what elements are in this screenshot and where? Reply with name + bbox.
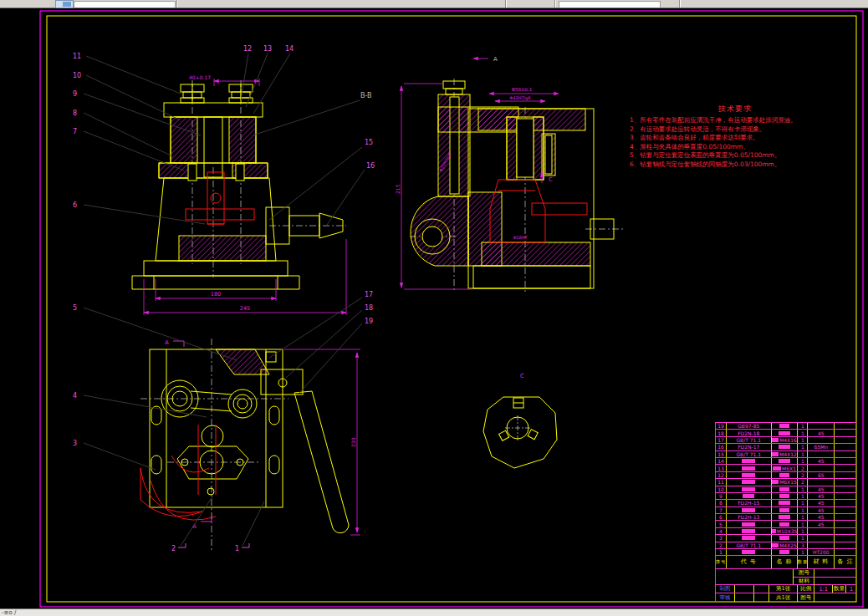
tech-requirement-item: 1、所有零件在装配前应清洗干净，有运动要求处涂润滑油。 <box>630 116 835 125</box>
toolbar-separator <box>176 0 177 8</box>
toolbar-field[interactable] <box>559 1 661 8</box>
command-line-fragment: -≡o / <box>2 609 16 616</box>
callout-2: 2 <box>171 545 176 552</box>
parts-list-row: 31 <box>716 535 856 542</box>
parts-list-row: 4M10X351 <box>716 528 856 535</box>
tech-requirements-title: 技术要求 <box>651 104 819 115</box>
label-tuhao: 图号 <box>794 569 814 577</box>
callout-17: 17 <box>365 291 373 298</box>
title-block-row1: 制图 第1张 比例 1:1 数量 1 <box>716 585 856 593</box>
callout-numbers: 11 10 9 8 7 6 5 4 3 12 13 14 15 16 17 18… <box>73 45 375 552</box>
callout-5: 5 <box>73 304 77 312</box>
parts-list-row: 11M6X152 <box>716 479 856 486</box>
toolbar-separator <box>505 0 506 8</box>
dim-v3-right: 230 <box>350 437 356 447</box>
cad-application-window: 40+0.17 180 245 <box>0 0 868 616</box>
parts-list-row: 12265 <box>716 472 856 479</box>
leader-lines <box>84 53 365 546</box>
value-scale: 1:1 <box>814 585 833 593</box>
detail-view-c: C <box>483 373 557 468</box>
callout-16: 16 <box>366 162 375 170</box>
parts-list-row: 18FD2N-18145 <box>716 430 856 436</box>
parts-list-row: 9145 <box>716 493 856 500</box>
callout-7: 7 <box>73 128 77 135</box>
toolbar-field[interactable] <box>74 1 176 8</box>
dim-v2-mid: Φ18H7 <box>513 235 527 240</box>
toolbar-strip[interactable] <box>0 0 868 8</box>
label-tuhao2: 图号 <box>798 593 814 602</box>
label-zhitu: 制图 <box>716 585 735 593</box>
tech-requirement-item: 5、钻套与定位套定位表面的垂直度为0.05/100mm。 <box>630 151 835 160</box>
parts-list-header-cell: 备 注 <box>835 556 856 568</box>
parts-list-row: 5145 <box>716 521 856 527</box>
tech-requirement-item: 4、滑柱与夹具体的垂直度0.05/100mm。 <box>630 143 835 152</box>
label-shuliang: 数量 <box>833 585 846 593</box>
dim-v2-top1: Φ58±0.1 <box>512 87 533 92</box>
parts-list-row: 6FD2H-13145 <box>716 514 856 521</box>
label-sheet1: 第1张 <box>769 585 799 593</box>
toolbar-separator <box>554 0 555 8</box>
parts-list-header-cell: 数量 <box>798 556 808 568</box>
tech-requirement-item: 3、齿轮和齿条啮合良好，精度要求达到要求。 <box>630 134 835 143</box>
callout-11: 11 <box>73 53 81 60</box>
section-label-bb: B-B <box>360 92 372 99</box>
title-block-row2: 审核 共1张 图号 <box>716 593 856 602</box>
callout-1: 1 <box>235 545 239 552</box>
parts-list-rows: 19GB97-85118FD2N-1814517GB/T 71.1M4X1611… <box>716 423 856 556</box>
tech-requirement-item: 2、有运动要求处应转动灵活，不得有卡滞现象。 <box>630 125 835 135</box>
callout-14: 14 <box>285 45 294 53</box>
parts-list-row: 14145 <box>716 458 856 465</box>
section-arrow-a-label: A <box>493 56 498 63</box>
dim-v1-width: 180 <box>211 291 221 298</box>
callout-15: 15 <box>365 139 373 146</box>
title-block-name-cell <box>716 569 794 584</box>
parts-list-header-cell: 材 料 <box>808 556 835 568</box>
status-bar: -≡o / <box>0 608 868 616</box>
parts-list-row: 13M6X12 <box>716 465 856 471</box>
detail-c-label: C <box>520 373 524 379</box>
parts-list-row: 8FD2H-15145 <box>716 500 856 507</box>
value-tuhao <box>814 569 856 577</box>
label-shenhe: 审核 <box>716 593 735 602</box>
parts-list-row: 19GB97-851 <box>716 423 856 430</box>
side-section-view: Φ58±0.1 Φ42H7/g6 215 Φ20H7/g6 Φ18H7 C A <box>395 56 625 293</box>
callout-4: 4 <box>73 392 77 400</box>
callout-13: 13 <box>263 45 272 53</box>
parts-list-table: 19GB97-85118FD2N-1814517GB/T 71.1M4X1611… <box>715 422 856 602</box>
label-cailiao: 材料 <box>794 578 814 585</box>
callout-12: 12 <box>243 45 252 53</box>
parts-list-header-cell: 代 号 <box>727 556 772 568</box>
parts-list-row: 17GB/T 71.1M4X161 <box>716 437 856 444</box>
callout-6: 6 <box>73 201 77 209</box>
callout-18: 18 <box>365 304 373 312</box>
section-mark-a-top: A <box>165 339 169 346</box>
parts-list-header: 序号代 号名 称数量材 料备 注 <box>716 556 856 569</box>
tool-icon <box>63 2 71 7</box>
callout-3: 3 <box>73 440 77 447</box>
dim-v1-total: 245 <box>240 305 250 312</box>
label-bili: 比例 <box>798 585 814 593</box>
label-sheet2: 共1张 <box>769 593 799 602</box>
callout-19: 19 <box>365 318 373 325</box>
parts-list-row: 15GB/T 71.1M4X121 <box>716 451 856 458</box>
parts-list-header-cell: 名 称 <box>772 556 799 568</box>
toolbar-separator <box>679 0 680 8</box>
callout-9: 9 <box>73 90 77 98</box>
dim-v1-top: 40+0.17 <box>189 74 211 80</box>
drawing-canvas[interactable]: 40+0.17 180 245 <box>0 8 868 608</box>
parts-list-row: 2GB/T 71.1M4X253 <box>716 542 856 549</box>
tech-requirement-item: 6、钻套轴线与定位套轴线的同轴度为0.03/100mm。 <box>630 160 835 170</box>
plan-view: 230 A A <box>140 339 360 552</box>
toolbar-button-icon[interactable] <box>55 0 74 8</box>
front-section-view: 40+0.17 180 245 <box>132 74 346 315</box>
value-qty: 1 <box>846 585 856 593</box>
value-cailiao <box>814 578 856 585</box>
title-block-upper: 图号 材料 <box>716 569 856 585</box>
section-arrow-c-label: C <box>549 176 553 183</box>
callout-10: 10 <box>73 72 81 79</box>
tech-requirements: 技术要求 1、所有零件在装配前应清洗干净，有运动要求处涂润滑油。 2、有运动要求… <box>630 104 835 169</box>
parts-list-row: 16FD2N-17165Mn <box>716 444 856 451</box>
parts-list-row: 10145 <box>716 486 856 493</box>
parts-list-row: 11HT200 <box>716 549 856 556</box>
dim-v2-left: 215 <box>395 184 401 194</box>
